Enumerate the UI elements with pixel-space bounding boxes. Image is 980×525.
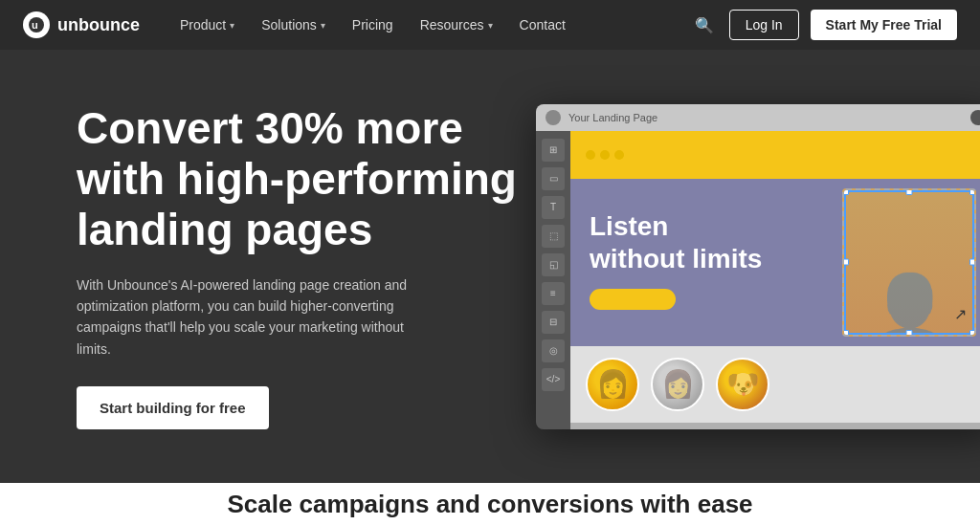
tool-desktop-icon[interactable]: ⊞ — [542, 139, 565, 162]
builder-body: ⊞ ▭ T ⬚ ◱ ≡ ⊟ ◎ </> — [536, 131, 980, 429]
canvas-cards: 👩 👩 🐶 — [570, 346, 980, 423]
trial-button[interactable]: Start My Free Trial — [811, 10, 957, 40]
hero-headline: Convert 30% more with high-performing la… — [77, 103, 517, 255]
search-icon[interactable]: 🔍 — [691, 12, 718, 38]
tool-section-icon[interactable]: ≡ — [542, 282, 565, 305]
nav-item-contact[interactable]: Contact — [506, 0, 579, 50]
canvas-content: Listen without limits 👤 — [570, 179, 980, 346]
builder-logo-icon — [970, 110, 980, 125]
canvas-cta-button[interactable] — [590, 289, 676, 310]
cta-button[interactable]: Start building for free — [77, 386, 269, 429]
logo-icon: u — [23, 11, 50, 38]
nav-item-product[interactable]: Product ▾ — [167, 0, 248, 50]
tool-image-icon[interactable]: ⬚ — [542, 225, 565, 248]
builder-topbar: Your Landing Page — [536, 104, 980, 131]
bottom-section: Scale campaigns and conversions with eas… — [0, 483, 980, 525]
navbar: u unbounce Product ▾ Solutions ▾ Pricing… — [0, 0, 980, 50]
builder-page-title: Your Landing Page — [568, 112, 657, 123]
nav-item-pricing[interactable]: Pricing — [339, 0, 407, 50]
login-button[interactable]: Log In — [729, 10, 799, 40]
tool-mobile-icon[interactable]: ▭ — [542, 167, 565, 190]
card-avatar-3: 🐶 — [716, 358, 769, 411]
dot-2 — [600, 150, 610, 160]
card-avatar-1: 👩 — [586, 358, 639, 411]
tool-text-icon[interactable]: T — [542, 196, 565, 219]
hero-body: With Unbounce's AI-powered landing page … — [77, 274, 440, 361]
logo-text: unbounce — [57, 15, 140, 35]
chevron-down-icon: ▾ — [488, 20, 493, 31]
hero-section: Convert 30% more with high-performing la… — [0, 50, 980, 483]
tool-layout-icon[interactable]: ⊟ — [542, 311, 565, 334]
canvas-text-block: Listen without limits — [590, 210, 833, 313]
bottom-heading: Scale campaigns and conversions with eas… — [227, 490, 752, 519]
nav-item-resources[interactable]: Resources ▾ — [407, 0, 506, 50]
nav-links: Product ▾ Solutions ▾ Pricing Resources … — [167, 0, 691, 50]
svg-text:u: u — [32, 19, 38, 31]
hero-right: Your Landing Page ⊞ ▭ T ⬚ ◱ ≡ ⊟ ◎ </> — [536, 104, 980, 429]
chevron-down-icon: ▾ — [321, 20, 325, 31]
canvas-header-dots — [586, 150, 624, 160]
builder-canvas: Listen without limits 👤 — [570, 131, 980, 429]
builder-mockup: Your Landing Page ⊞ ▭ T ⬚ ◱ ≡ ⊟ ◎ </> — [536, 104, 980, 429]
card-avatar-2: 👩 — [651, 358, 704, 411]
builder-favicon — [546, 110, 561, 125]
logo[interactable]: u unbounce — [23, 11, 140, 38]
nav-item-solutions[interactable]: Solutions ▾ — [248, 0, 339, 50]
hero-left: Convert 30% more with high-performing la… — [77, 103, 517, 429]
tool-media-icon[interactable]: ◎ — [542, 339, 565, 362]
tool-code-icon[interactable]: </> — [542, 368, 565, 391]
builder-sidebar: ⊞ ▭ T ⬚ ◱ ≡ ⊟ ◎ </> — [536, 131, 570, 429]
canvas-headline: Listen without limits — [590, 210, 833, 274]
dot-3 — [614, 150, 624, 160]
canvas-image-block[interactable]: 👤 ↗ — [842, 188, 976, 337]
dot-1 — [586, 150, 595, 160]
tool-widget-icon[interactable]: ◱ — [542, 253, 565, 276]
nav-right: 🔍 Log In Start My Free Trial — [691, 10, 957, 40]
canvas-header — [570, 131, 980, 179]
chevron-down-icon: ▾ — [230, 20, 234, 31]
